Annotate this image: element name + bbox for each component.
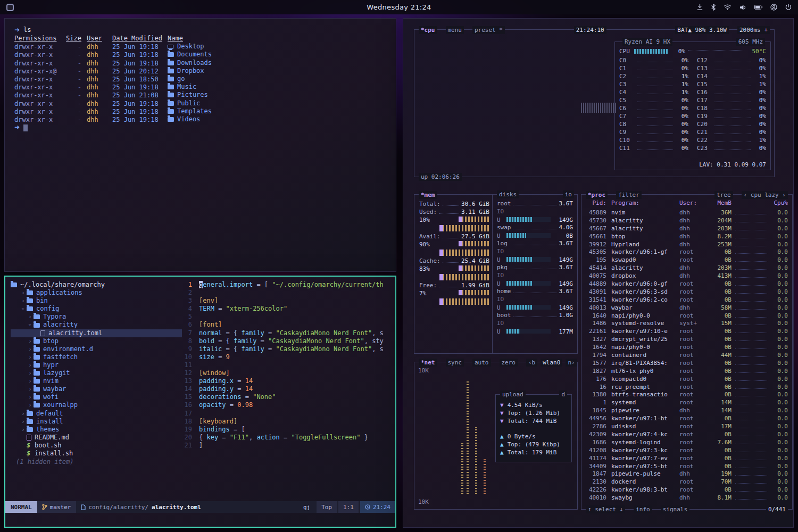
process-row[interactable]: 40013waybardhh58M0.0 — [586, 304, 788, 312]
tree-item-Typora[interactable]: ›Typora — [11, 313, 182, 321]
proc-header-cpu[interactable]: Cpu% — [771, 199, 788, 207]
tree-item-install.sh[interactable]: $install.sh — [11, 450, 182, 458]
process-row[interactable]: 1847pipewire-pulsedhh19M0.0 — [586, 470, 788, 478]
tree-item-bin[interactable]: ›bin — [11, 297, 182, 305]
process-row[interactable]: 1486systemd-resolvesyst+15M0.0 — [586, 319, 788, 327]
prompt-line[interactable]: ➜ — [14, 123, 396, 132]
process-row[interactable]: 1827mt76-tx phy0root0B0.0 — [586, 367, 788, 375]
tree-item-applications[interactable]: ›applications — [11, 289, 182, 297]
proc-header-pid[interactable]: Pid: — [586, 199, 611, 207]
wifi-icon[interactable] — [724, 4, 732, 10]
tree-item-alacritty[interactable]: ›alacritty — [11, 321, 182, 329]
tree-item-nvim[interactable]: ›nvim — [11, 377, 182, 385]
tray-download-icon[interactable] — [696, 4, 703, 11]
process-row[interactable]: 44889kworker/u96:0-gfroot0B0.0 — [586, 280, 788, 288]
process-row[interactable]: 1327dmcrypt_write/25root0B0.0 — [586, 335, 788, 343]
net-zero-button[interactable]: zero — [500, 359, 518, 367]
file-tree[interactable]: ~/.local/share/omarchy ›applications›bin… — [5, 277, 182, 501]
tree-item-boot.sh[interactable]: $boot.sh — [11, 442, 182, 450]
process-row[interactable]: 1640napi/phy0-0root0B0.0 — [586, 312, 788, 320]
proc-signals-button[interactable]: signals — [661, 505, 689, 513]
net-auto-button[interactable]: auto — [472, 359, 491, 367]
proc-select-button[interactable]: ↑ select ↓ — [586, 505, 625, 513]
process-row[interactable]: 42309kworker/u97:4-kcroot0B0.0 — [586, 430, 788, 438]
process-row[interactable]: 1686systemd-logindroot7.6M0.0 — [586, 438, 788, 446]
process-row[interactable]: 45661btopdhh8.2M0.0 — [586, 232, 788, 240]
tree-item-hypr[interactable]: ›hypr — [11, 361, 182, 369]
process-row[interactable]: 31541kworker/u96:2-coroot0B0.0 — [586, 296, 788, 304]
process-row[interactable]: 1577irq/81-PIXA3854:root0B0.0 — [586, 359, 788, 367]
process-row[interactable]: 1794containerdroot44M0.0 — [586, 351, 788, 359]
terminal-window-ls[interactable]: ➜ ls Permissions Size User Date Modified… — [4, 18, 396, 272]
proc-header-user[interactable]: User: — [679, 199, 707, 207]
power-icon[interactable] — [785, 4, 792, 11]
proc-info-button[interactable]: info — [634, 505, 652, 513]
btop-menu-button[interactable]: menu — [446, 26, 464, 34]
process-row[interactable]: 1380btrfs-transactioroot0B0.0 — [586, 390, 788, 398]
process-row[interactable]: 16rcu_preemptroot0B0.0 — [586, 383, 788, 391]
bluetooth-icon[interactable] — [711, 4, 716, 11]
tree-item-xournalpp[interactable]: ›xournalpp — [11, 401, 182, 409]
process-row[interactable]: 1642napi/phy0-0root0B0.0 — [586, 343, 788, 351]
line-number: 20 — [182, 434, 199, 442]
process-row[interactable]: 195kswapd0root0B0.0 — [586, 256, 788, 264]
tree-item-config[interactable]: ›config — [11, 305, 182, 313]
tree-item-themes[interactable]: ›themes — [11, 426, 182, 434]
process-row[interactable]: 40010swaybgdhh8.1M0.0 — [586, 494, 788, 502]
tree-item-waybar[interactable]: ›waybar — [11, 385, 182, 393]
process-row[interactable]: 44956kworker/u97:1-btroot0B0.0 — [586, 414, 788, 422]
interval-plus-button[interactable]: + — [764, 27, 768, 34]
btop-preset-button[interactable]: preset * — [472, 26, 505, 34]
process-row[interactable]: 41174kworker/u97:7-evroot0B0.0 — [586, 454, 788, 462]
memory-stats: Total: 30.6 GiB Used:3.11 GiB10%Avail:27… — [419, 200, 489, 306]
tree-item-install[interactable]: ›install — [11, 418, 182, 426]
process-row[interactable]: 1845pipewiredhh14M0.0 — [586, 406, 788, 414]
proc-header-program[interactable]: Program: — [611, 199, 679, 207]
process-row[interactable]: 176kcompactd0root0B0.0 — [586, 375, 788, 383]
process-row[interactable]: 40075dropboxdhh413M0.0 — [586, 272, 788, 280]
battery-icon[interactable] — [754, 5, 762, 10]
tree-item-README.md[interactable]: README.md — [11, 434, 182, 442]
editor-window[interactable]: ~/.local/share/omarchy ›applications›bin… — [4, 276, 396, 528]
process-row[interactable]: 22161kworker/u97:10-eroot0B0.0 — [586, 327, 788, 335]
cpu-model: Ryzen AI 9 HX — [622, 38, 672, 46]
process-row[interactable]: 45889nvimdhh36M0.0 — [586, 209, 788, 217]
process-row[interactable]: 45305kworker/u96:1-gfroot0B0.0 — [586, 248, 788, 256]
tree-item-wofi[interactable]: ›wofi — [11, 393, 182, 401]
volume-icon[interactable] — [739, 4, 746, 11]
process-row[interactable]: 45414alacrittydhh203M0.0 — [586, 264, 788, 272]
account-icon[interactable] — [770, 4, 777, 11]
tree-item-alacritty.toml[interactable]: alacritty.toml — [11, 329, 182, 337]
proc-filter-button[interactable]: filter — [616, 191, 642, 199]
process-row[interactable]: 1systemdroot14M0.0 — [586, 398, 788, 406]
tree-root[interactable]: ~/.local/share/omarchy — [11, 281, 182, 289]
process-row[interactable]: 43091kworker/u96:3-sdroot0B0.0 — [586, 288, 788, 296]
tree-item-lazygit[interactable]: ›lazygit — [11, 369, 182, 377]
tree-item-default[interactable]: ›default — [11, 410, 182, 418]
process-row[interactable]: 45667alacrittydhh203M0.0 — [586, 225, 788, 232]
cpu-core-row: C00% — [619, 56, 688, 64]
process-row[interactable]: 39912Hyprlanddhh253M0.0 — [586, 240, 788, 248]
net-iface-next-button[interactable]: n› — [566, 359, 577, 367]
proc-tree-button[interactable]: tree — [714, 191, 733, 199]
proc-sort-button[interactable]: ‹ cpu lazy › — [742, 191, 788, 199]
tree-item-btop[interactable]: ›btop — [11, 337, 182, 345]
launcher-icon[interactable] — [6, 4, 14, 11]
process-row[interactable]: 45730alacrittydhh204M0.0 — [586, 217, 788, 225]
process-row[interactable]: 2786udisksdroot17M0.0 — [586, 422, 788, 430]
btop-window[interactable]: *cpu menu preset * 21:24:10 BAT▲ 98% 3.1… — [403, 18, 794, 528]
process-row[interactable]: 42226kworker/u98:3-btroot0B0.0 — [586, 486, 788, 494]
code-editor[interactable]: 1general.import = [ "~/.config/omarchy/c… — [182, 277, 395, 501]
update-interval[interactable]: 2000ms + — [737, 26, 770, 34]
process-row[interactable]: 41208kworker/u97:3-kcroot0B0.0 — [586, 446, 788, 454]
tree-item-environment.d[interactable]: ›environment.d — [11, 345, 182, 353]
line-number: 3 — [182, 297, 199, 305]
line-number: 7 — [182, 329, 199, 337]
tree-item-fastfetch[interactable]: ›fastfetch — [11, 353, 182, 361]
net-iface-prev-button[interactable]: ‹b — [526, 359, 537, 367]
process-row[interactable]: 2130dockerdroot70M0.0 — [586, 478, 788, 486]
ls-user: dhh — [87, 68, 107, 76]
proc-header-mem[interactable]: MemB — [707, 199, 732, 207]
net-sync-button[interactable]: sync — [446, 359, 464, 367]
process-row[interactable]: 34409kworker/u97:5-btroot0B0.0 — [586, 462, 788, 470]
